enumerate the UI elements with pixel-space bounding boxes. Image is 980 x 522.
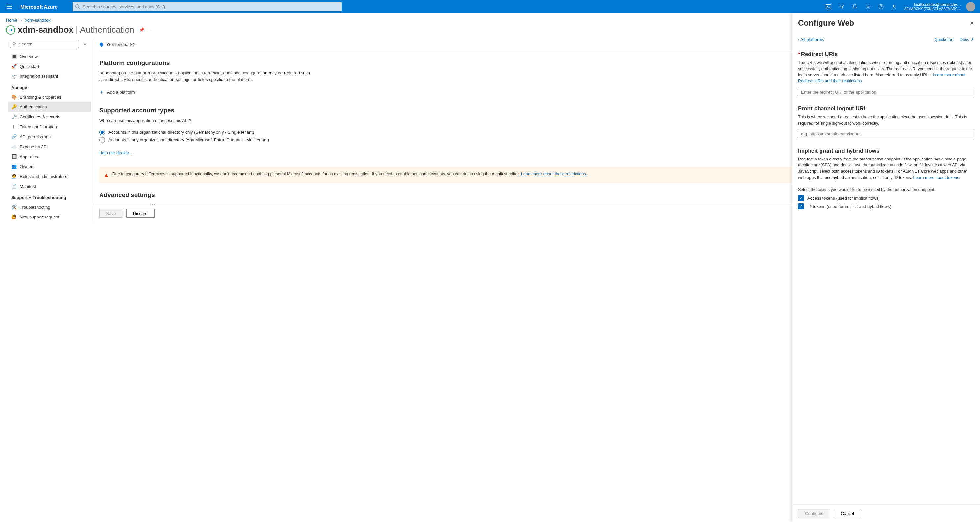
panel-title: Configure Web [798, 19, 854, 28]
warning-icon: ▲ [104, 171, 109, 179]
sidebar-heading-manage: Manage [8, 81, 91, 92]
topbar: Microsoft Azure ? lucille.cortes@semarch… [0, 0, 980, 13]
sidebar-item-authentication[interactable]: 🔑Authentication [8, 102, 91, 112]
sidebar-search-input[interactable] [10, 40, 79, 48]
radio-label: Accounts in any organizational directory… [108, 137, 269, 142]
search-icon [13, 42, 16, 46]
radio-icon [99, 129, 105, 135]
sidebar-item-branding[interactable]: 🎨Branding & properties [8, 92, 91, 102]
cert-icon: 🗝️ [11, 114, 16, 119]
admins-icon: 🧑‍💼 [11, 173, 16, 179]
svg-rect-2 [826, 5, 831, 9]
redirect-uri-input[interactable] [798, 88, 974, 96]
close-icon[interactable]: ✕ [970, 20, 974, 26]
sidebar-heading-support: Support + Troubleshooting [8, 191, 91, 202]
plus-icon: ＋ [99, 89, 105, 95]
radio-icon [99, 137, 105, 143]
svg-text:?: ? [880, 5, 882, 9]
collapse-icon[interactable]: « [84, 41, 86, 46]
token-icon: ⦀ [11, 124, 16, 129]
discard-button[interactable]: Discard [126, 209, 154, 218]
sidebar-item-manifest[interactable]: 📄Manifest [8, 181, 91, 191]
sidebar-item-troubleshooting[interactable]: 🛠️Troubleshooting [8, 202, 91, 212]
platform-para: Depending on the platform or device this… [99, 70, 310, 83]
checkbox-id-tokens[interactable]: ✓ ID tokens (used for implicit and hybri… [798, 203, 974, 209]
sidebar-item-api-permissions[interactable]: 🔗API permissions [8, 132, 91, 142]
sidebar-item-label: App roles [20, 154, 38, 159]
page-title: xdm-sandbox | Authentication [18, 25, 134, 35]
logout-url-input[interactable] [798, 130, 974, 138]
feedback-label: Got feedback? [107, 42, 135, 47]
sidebar-item-integration[interactable]: 🛫Integration assistant [8, 71, 91, 81]
sidebar-item-label: Owners [20, 164, 35, 169]
title-actions: 📌 ⋯ [139, 27, 153, 32]
quickstart-icon: 🚀 [11, 64, 16, 69]
breadcrumb-home[interactable]: Home [6, 18, 18, 23]
pin-icon[interactable]: 📌 [139, 27, 144, 32]
sidebar-item-label: Token configuration [20, 124, 57, 129]
support-icon: 🙋 [11, 214, 16, 220]
back-all-platforms[interactable]: ‹ All platforms [798, 37, 824, 42]
notifications-icon[interactable] [848, 0, 861, 13]
svg-point-3 [867, 6, 869, 8]
global-search-input[interactable] [73, 2, 342, 11]
sidebar-item-label: API permissions [20, 134, 51, 139]
checkbox-access-tokens[interactable]: ✓ Access tokens (used for implicit flows… [798, 195, 974, 201]
filter-icon[interactable] [835, 0, 848, 13]
account-org: SEMARCHY (FXNICOLASSEMARC… [904, 7, 961, 11]
hamburger-icon[interactable] [3, 0, 16, 13]
docs-link[interactable]: Docs ↗ [959, 37, 974, 42]
sidebar-item-app-roles[interactable]: 🔲App roles [8, 151, 91, 161]
save-button[interactable]: Save [99, 209, 123, 218]
front-para: This is where we send a request to have … [798, 114, 974, 127]
sidebar-item-label: Roles and administrators [20, 174, 67, 179]
panel-header: Configure Web ✕ [792, 13, 980, 29]
select-tokens-label: Select the tokens you would like to be i… [798, 187, 974, 193]
brand[interactable]: Microsoft Azure [16, 4, 62, 10]
feedback-icon: 🗣️ [99, 42, 105, 47]
manifest-icon: 📄 [11, 183, 16, 189]
configure-web-panel: Configure Web ✕ ‹ All platforms Quicksta… [792, 13, 980, 522]
sidebar-item-label: Troubleshooting [20, 205, 51, 210]
trouble-icon: 🛠️ [11, 204, 16, 210]
tokens-learn-link[interactable]: Learn more about tokens. [913, 175, 960, 180]
avatar[interactable] [966, 2, 975, 11]
breadcrumb-current[interactable]: xdm-sandbox [25, 18, 51, 23]
cancel-button[interactable]: Cancel [834, 509, 861, 518]
warning-link[interactable]: Learn more about these restrictions. [521, 172, 587, 176]
account-info[interactable]: lucille.cortes@semarchy… SEMARCHY (FXNIC… [901, 2, 964, 11]
sidebar-item-token[interactable]: ⦀Token configuration [8, 122, 91, 132]
sidebar-item-label: Authentication [20, 105, 47, 110]
sidebar-item-owners[interactable]: 👥Owners [8, 161, 91, 171]
cloud-shell-icon[interactable] [822, 0, 835, 13]
owners-icon: 👥 [11, 164, 16, 169]
app-icon: ➔ [6, 25, 15, 35]
svg-point-6 [893, 5, 895, 7]
sidebar-item-overview[interactable]: 🔳Overview [8, 51, 91, 61]
search-icon [75, 4, 80, 9]
sidebar-item-admins[interactable]: 🧑‍💼Roles and administrators [8, 171, 91, 181]
sidebar-item-label: Integration assistant [20, 74, 58, 79]
sidebar-item-certificates[interactable]: 🗝️Certificates & secrets [8, 112, 91, 122]
sidebar-item-label: Overview [20, 54, 38, 59]
title-section: Authentication [80, 25, 134, 35]
sidebar-item-quickstart[interactable]: 🚀Quickstart [8, 61, 91, 71]
help-icon[interactable]: ? [875, 0, 888, 13]
settings-icon[interactable] [861, 0, 875, 13]
more-icon[interactable]: ⋯ [148, 27, 153, 32]
sidebar-item-label: Branding & properties [20, 95, 61, 100]
panel-body: *Redirect URIs The URIs we will accept a… [792, 45, 980, 505]
sidebar-item-support-request[interactable]: 🙋New support request [8, 212, 91, 222]
panel-links: ‹ All platforms Quickstart Docs ↗ [792, 29, 980, 45]
feedback-icon[interactable] [888, 0, 901, 13]
svg-line-8 [16, 45, 16, 46]
svg-line-1 [79, 8, 80, 9]
configure-button[interactable]: Configure [798, 509, 830, 518]
branding-icon: 🎨 [11, 94, 16, 100]
quickstart-link[interactable]: Quickstart [934, 37, 954, 42]
add-platform-label: Add a platform [107, 90, 135, 95]
sidebar-item-expose-api[interactable]: ☁️Expose an API [8, 142, 91, 151]
sidebar-item-label: New support request [20, 215, 59, 220]
sidebar-item-label: Expose an API [20, 144, 48, 149]
help-me-decide-link[interactable]: Help me decide... [99, 150, 132, 155]
